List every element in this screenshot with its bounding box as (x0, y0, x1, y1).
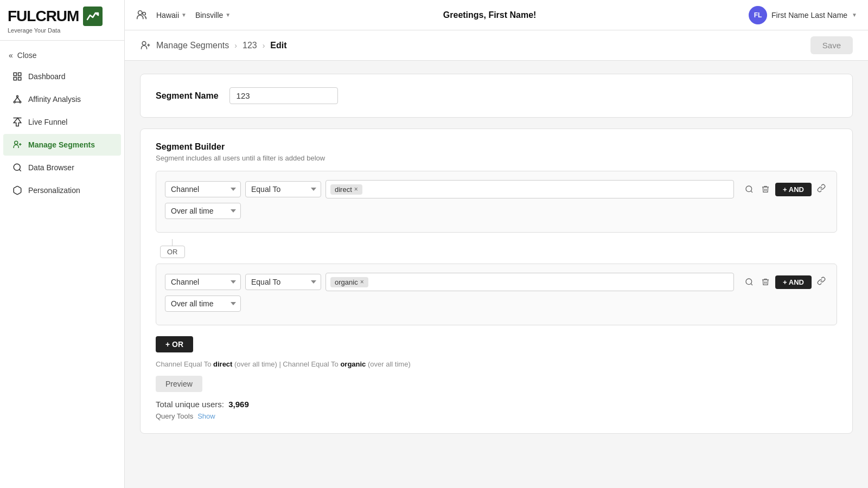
total-users-value: 3,969 (228, 400, 249, 409)
tag-label: direct (335, 185, 352, 194)
breadcrumb-sep-1: › (234, 41, 237, 50)
binsville-label: Binsville (195, 11, 223, 20)
segment-name-input[interactable] (229, 87, 338, 104)
avatar: FL (749, 6, 767, 24)
segment-name-card: Segment Name (140, 74, 853, 118)
sidebar-item-live-funnel[interactable]: Live Funnel (3, 111, 121, 133)
filter1-and-button[interactable]: + AND (775, 183, 812, 196)
filter2-delete-button[interactable] (759, 275, 772, 288)
filter2-actions: + AND (743, 274, 828, 290)
svg-line-25 (751, 284, 752, 285)
sidebar-item-data-browser[interactable]: Data Browser (3, 157, 121, 178)
filter2-time-row: Over all time (165, 296, 828, 312)
svg-rect-0 (14, 73, 16, 75)
breadcrumb-bar: Manage Segments › 123 › Edit Save (125, 30, 868, 61)
filter1-time-select[interactable]: Over all time (165, 203, 241, 219)
close-button[interactable]: « Close (0, 46, 124, 65)
people-icon (136, 9, 148, 21)
sidebar-item-label: Affinity Analysis (28, 95, 81, 104)
sidebar-item-label: Personalization (28, 186, 80, 195)
sidebar-item-dashboard[interactable]: Dashboard (3, 66, 121, 87)
sidebar-logo: FULCRUM Leverage Your Data (0, 0, 124, 41)
filter1-link-button[interactable] (815, 182, 828, 197)
svg-point-18 (143, 12, 146, 15)
segment-builder-card: Segment Builder Segment includes all use… (140, 129, 853, 434)
binsville-dropdown[interactable]: Binsville ▼ (195, 11, 231, 20)
topnav: Hawaii ▼ Binsville ▼ Greetings, First Na… (125, 0, 868, 30)
filter2-tags-area: organic × (326, 273, 734, 291)
sidebar-item-label: Manage Segments (28, 140, 95, 149)
breadcrumb-sep-2: › (263, 41, 265, 50)
save-button[interactable]: Save (810, 36, 853, 54)
filter2-tag-organic: organic × (330, 277, 368, 287)
chevron-down-icon: ▼ (225, 12, 231, 18)
filter1-search-button[interactable] (743, 183, 756, 196)
greeting-text: Greetings, First Name! (239, 10, 740, 20)
breadcrumb-manage-segments[interactable]: Manage Segments (156, 41, 229, 50)
total-users-label: Total unique users: (156, 400, 224, 409)
segment-builder-subtitle: Segment includes all users until a filte… (156, 154, 837, 162)
svg-point-24 (746, 279, 752, 285)
sidebar: FULCRUM Leverage Your Data « Close (0, 0, 125, 488)
svg-point-22 (746, 186, 752, 192)
user-menu[interactable]: FL First Name Last Name ▼ (749, 6, 857, 24)
data-browser-icon (12, 162, 23, 173)
svg-point-6 (20, 101, 21, 103)
svg-rect-2 (14, 78, 16, 80)
filter2-search-button[interactable] (743, 275, 756, 288)
filter1-tag-direct: direct × (330, 184, 362, 195)
content-area: Manage Segments › 123 › Edit Save Segmen… (125, 30, 868, 488)
or-badge: OR (160, 246, 185, 258)
filter2-operator-select[interactable]: Equal To (245, 274, 321, 290)
filter2-link-button[interactable] (815, 274, 828, 290)
svg-point-12 (15, 141, 18, 144)
svg-line-23 (751, 191, 752, 192)
sidebar-item-label: Data Browser (28, 163, 74, 172)
sidebar-item-personalization[interactable]: Personalization (3, 179, 121, 201)
filter1-field-select[interactable]: Channel (165, 181, 241, 197)
sidebar-item-affinity-analysis[interactable]: Affinity Analysis (3, 88, 121, 110)
affinity-icon (12, 94, 23, 105)
svg-point-15 (14, 164, 20, 170)
filter2-field-select[interactable]: Channel (165, 274, 241, 290)
personalization-icon (12, 185, 23, 196)
tag-close-icon[interactable]: × (354, 185, 358, 193)
filter1-actions: + AND (743, 182, 828, 197)
filter2-time-select[interactable]: Over all time (165, 296, 241, 312)
filter1-operator-select[interactable]: Equal To (245, 181, 321, 197)
sidebar-item-label: Dashboard (28, 72, 66, 81)
svg-point-4 (17, 95, 18, 97)
logo-icon (83, 7, 103, 26)
sidebar-item-manage-segments[interactable]: Manage Segments (3, 134, 121, 156)
logo-text: FULCRUM (8, 8, 79, 25)
filter1-time-row: Over all time (165, 203, 828, 219)
query-summary: Channel Equal To direct (over all time) … (156, 360, 837, 368)
preview-button[interactable]: Preview (156, 376, 202, 392)
svg-line-8 (17, 97, 20, 101)
show-link[interactable]: Show (197, 412, 215, 420)
segment-name-label: Segment Name (156, 91, 219, 101)
sidebar-nav: « Close Dashboard Affinity Analysis (0, 41, 124, 488)
svg-line-7 (15, 97, 17, 101)
segment-name-row: Segment Name (156, 87, 837, 104)
tag-close-icon[interactable]: × (360, 278, 364, 286)
tag-label: organic (335, 278, 358, 286)
filter-row-1: Channel Equal To direct × (165, 180, 828, 198)
breadcrumb-edit: Edit (270, 41, 286, 50)
filter2-and-button[interactable]: + AND (775, 275, 812, 289)
breadcrumb-123[interactable]: 123 (242, 41, 257, 50)
dashboard-icon (12, 71, 23, 82)
svg-line-16 (19, 169, 21, 171)
logo-sub: Leverage Your Data (8, 27, 103, 34)
chevron-left-icon: « (9, 51, 13, 60)
add-or-button[interactable]: + OR (156, 336, 193, 352)
svg-point-19 (142, 41, 146, 45)
filter-block-1: Channel Equal To direct × (156, 171, 837, 233)
svg-point-5 (14, 101, 15, 103)
svg-rect-1 (18, 73, 21, 75)
page-content: Segment Name Segment Builder Segment inc… (125, 61, 868, 458)
filter1-delete-button[interactable] (759, 183, 772, 196)
svg-point-17 (138, 10, 142, 14)
username-label: First Name Last Name (771, 11, 847, 20)
hawaii-dropdown[interactable]: Hawaii ▼ (156, 11, 187, 20)
